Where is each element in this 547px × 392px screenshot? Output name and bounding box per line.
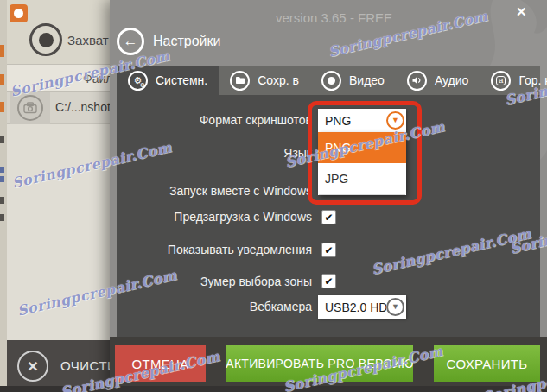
format-value: PNG: [318, 114, 386, 128]
close-icon[interactable]: ✕: [512, 3, 531, 22]
record-dot-icon: [39, 33, 54, 47]
format-options-list: PNG JPG: [318, 132, 406, 195]
dropdown-arrow-icon[interactable]: ▼: [386, 111, 404, 130]
zoomer-label: Зумер выбора зоны: [117, 275, 312, 288]
preload-checkbox[interactable]: ✔: [321, 210, 336, 224]
desktop-artifact: [0, 167, 4, 173]
settings-dialog: version 3.65 - FREE ✕ ← Настройки ⚙⚙ Сис…: [110, 0, 547, 392]
zoomer-checkbox[interactable]: ✔: [321, 274, 336, 288]
letter-a-icon: a: [491, 71, 511, 91]
preload-label: Предзагрузка с Windows: [117, 210, 312, 224]
file-column-header: Файл: [83, 72, 112, 85]
tab-audio[interactable]: Аудио: [396, 66, 480, 95]
webcam-dropdown[interactable]: USB2.0 HD UVC W ▼: [318, 295, 406, 319]
app-logo-icon: [10, 4, 28, 22]
desktop-artifact: [0, 102, 4, 112]
speaker-icon: [407, 71, 427, 91]
dialog-title: Настройки: [153, 34, 220, 49]
settings-tab-strip: ⚙⚙ Системн. Сохр. в Видео Аудио a Гор. к…: [117, 66, 540, 95]
list-separator: [319, 194, 405, 195]
cancel-button[interactable]: ОТМЕНА: [115, 345, 206, 382]
screen-bottom-strip: [0, 386, 547, 392]
autostart-label: Запуск вместе с Windows: [117, 184, 312, 198]
check-icon: ✔: [324, 276, 333, 287]
back-arrow-icon: ←: [124, 33, 138, 50]
desktop-artifact: [0, 136, 4, 143]
desktop-artifact: [0, 176, 4, 182]
camera-icon: [17, 95, 43, 121]
folder-icon: [230, 71, 250, 91]
format-option-png[interactable]: PNG: [318, 132, 406, 163]
gears-icon: ⚙⚙: [128, 71, 148, 91]
format-label: Формат скриншотов: [117, 113, 312, 127]
tab-video[interactable]: Видео: [310, 66, 396, 95]
system-settings-panel: Формат скриншотов Язык Запуск вместе с W…: [117, 95, 540, 337]
save-button[interactable]: СОХРАНИТЬ: [434, 345, 540, 382]
back-button[interactable]: ←: [117, 28, 144, 55]
tab-save-to[interactable]: Сохр. в: [219, 66, 310, 95]
tab-system[interactable]: ⚙⚙ Системн.: [117, 66, 219, 95]
activate-pro-button[interactable]: АКТИВИРОВАТЬ PRO ВЕРСИЮ: [226, 345, 413, 382]
file-thumbnail: [10, 92, 50, 124]
record-button[interactable]: [29, 23, 62, 56]
desktop-artifact: [0, 74, 4, 85]
desktop-artifact: [0, 197, 4, 204]
webcam-label: Вебкамера: [117, 300, 312, 313]
language-label: Язык: [117, 146, 312, 160]
check-icon: ✔: [324, 245, 333, 256]
dialog-bottom-bar: ОТМЕНА АКТИВИРОВАТЬ PRO ВЕРСИЮ СОХРАНИТЬ: [110, 337, 547, 392]
format-option-jpg[interactable]: JPG: [318, 163, 406, 194]
desktop-artifact: [0, 214, 4, 221]
webcam-value: USB2.0 HD UVC W: [318, 300, 386, 314]
check-icon: ✔: [324, 212, 333, 223]
notifications-label: Показывать уведомления: [117, 243, 312, 256]
desktop-artifact: [0, 45, 4, 57]
tab-hotkeys[interactable]: a Гор. клав.: [480, 66, 547, 95]
dropdown-arrow-icon[interactable]: ▼: [386, 298, 404, 316]
version-text: version 3.65 - FREE: [276, 10, 392, 25]
record-circle-icon: [321, 71, 341, 91]
notifications-checkbox[interactable]: ✔: [321, 243, 336, 257]
clear-x-icon[interactable]: ✕: [17, 351, 48, 382]
format-dropdown[interactable]: PNG ▼: [318, 109, 406, 132]
